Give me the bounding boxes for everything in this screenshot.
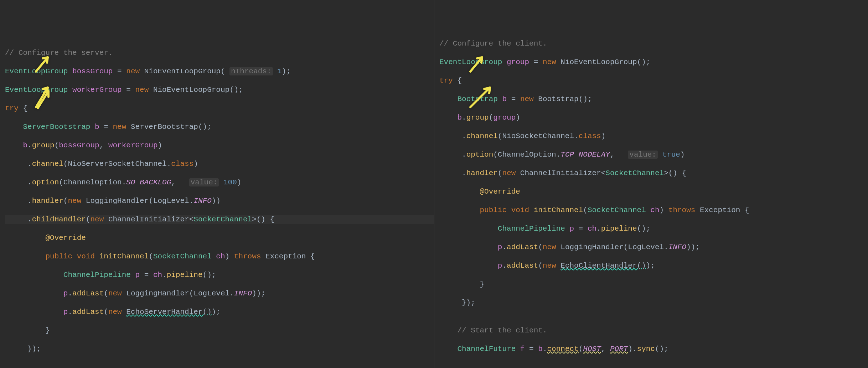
code-line: b.group(bossGroup, workerGroup): [5, 141, 434, 150]
left-editor-pane[interactable]: // Configure the server. EventLoopGroup …: [0, 0, 434, 368]
code-line: Bootstrap b = new Bootstrap();: [439, 95, 868, 104]
annotation-arrow-2: [7, 71, 52, 121]
code-line: }: [5, 326, 434, 335]
code-line: public void initChannel(SocketChannel ch…: [5, 252, 434, 261]
code-line: .handler(new ChannelInitializer<SocketCh…: [439, 169, 868, 178]
code-line: @Override: [5, 233, 434, 243]
underlined-reference: EchoClientHandler(): [560, 262, 646, 270]
code-line: .channel(NioServerSocketChannel.class): [5, 159, 434, 169]
code-line: ChannelPipeline p = ch.pipeline();: [5, 270, 434, 280]
code-line: });: [439, 298, 868, 307]
code-line: }: [439, 280, 868, 289]
underlined-reference: EchoServerHandler(): [126, 308, 211, 316]
code-line: p.addLast(new LoggingHandler(LogLevel.IN…: [5, 289, 434, 298]
code-line: try {: [439, 76, 868, 85]
code-line: ChannelFuture f = b.connect(HOST, PORT).…: [439, 345, 868, 354]
code-line: .channel(NioSocketChannel.class): [439, 132, 868, 141]
code-line: @Override: [439, 187, 868, 196]
code-line: ServerBootstrap b = new ServerBootstrap(…: [5, 122, 434, 132]
code-line: public void initChannel(SocketChannel ch…: [439, 206, 868, 215]
inlay-hint: value:: [189, 178, 219, 186]
code-line: .handler(new LoggingHandler(LogLevel.INF…: [5, 196, 434, 206]
code-line: p.addLast(new EchoClientHandler());: [439, 261, 868, 270]
inlay-hint: nThreads:: [229, 67, 273, 75]
editor-diff-view: // Configure the server. EventLoopGroup …: [0, 0, 868, 368]
code-line: EventLoopGroup group = new NioEventLoopG…: [439, 58, 868, 67]
code-line: EventLoopGroup workerGroup = new NioEven…: [5, 85, 434, 95]
code-line: p.addLast(new EchoServerHandler());: [5, 307, 434, 317]
underlined-connect: connect: [547, 345, 579, 353]
comment: // Configure the server.: [5, 49, 113, 57]
code-line: EventLoopGroup bossGroup = new NioEventL…: [5, 67, 434, 76]
code-line: // Start the client.: [439, 326, 868, 335]
inlay-hint: value:: [628, 151, 658, 159]
code-line: p.addLast(new LoggingHandler(LogLevel.IN…: [439, 243, 868, 252]
code-line: // Configure the server.: [5, 48, 434, 58]
code-line: ChannelPipeline p = ch.pipeline();: [439, 224, 868, 233]
code-line: .option(ChannelOption.SO_BACKLOG, value:…: [5, 178, 434, 187]
code-line: });: [5, 345, 434, 354]
code-line: // Configure the client.: [439, 39, 868, 48]
code-line: .option(ChannelOption.TCP_NODELAY, value…: [439, 150, 868, 159]
code-line: .childHandler(new ChannelInitializer<Soc…: [5, 215, 434, 224]
code-line: b.group(group): [439, 113, 868, 122]
code-line: try {: [5, 104, 434, 113]
right-editor-pane[interactable]: // Configure the client. EventLoopGroup …: [434, 0, 868, 368]
